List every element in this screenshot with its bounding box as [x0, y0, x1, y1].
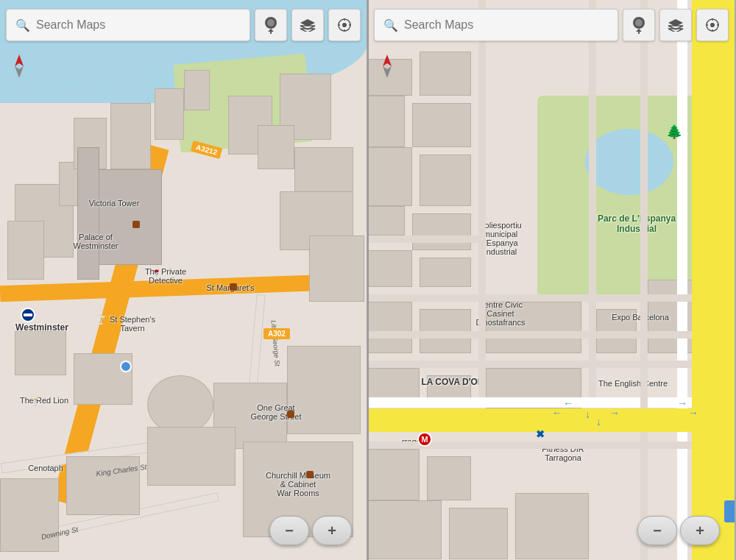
zoom-out-button-barcelona[interactable]: − — [637, 516, 677, 545]
bld-l6 — [368, 500, 442, 559]
search-input-container-london[interactable]: 🔍 — [6, 9, 250, 41]
road-grey-3 — [368, 294, 736, 302]
road-vertical-yellow — [692, 0, 736, 560]
road-a302-label: A302 — [263, 328, 290, 339]
road-horizontal — [0, 274, 353, 302]
marker-museum — [230, 283, 237, 291]
zoom-controls-london: − + — [269, 516, 352, 545]
map-background-barcelona: 🌲 M ↓ ↓ → ← ← → → ✖ Parc de L'EspanyaInd… — [368, 0, 735, 560]
marker-george-street — [287, 411, 294, 418]
map-background-london: A302 A3212 Victoria Tower Palace ofWestm… — [0, 0, 367, 560]
arrow-right-2: → — [677, 397, 687, 409]
road-grey-1 — [368, 361, 736, 368]
bld-b5 — [368, 147, 412, 206]
marker-brown-1 — [132, 221, 140, 228]
bld-l8 — [515, 493, 589, 559]
bld-m1 — [368, 302, 412, 353]
panel-divider — [367, 0, 369, 560]
search-bar-london: 🔍 — [6, 6, 361, 44]
bld-m3 — [486, 302, 581, 353]
location-pin-button-london[interactable] — [255, 9, 287, 41]
search-input-barcelona[interactable] — [404, 18, 609, 32]
svg-point-25 — [710, 23, 715, 27]
fitness-dir-marker: ✖ — [536, 428, 545, 440]
bld-l7 — [449, 508, 508, 559]
search-icon-london: 🔍 — [15, 18, 30, 32]
label-red-lion: The Red Lion — [15, 396, 74, 405]
bld-b2 — [420, 52, 471, 96]
building-right-6 — [309, 235, 364, 302]
bld-b4 — [412, 103, 471, 147]
building-bottom-7 — [66, 456, 140, 515]
building-right-3 — [258, 125, 294, 169]
map-panel-london: A302 A3212 Victoria Tower Palace ofWestm… — [0, 0, 368, 560]
metro-icon-tarragona: M — [417, 432, 432, 447]
search-icon-barcelona: 🔍 — [383, 18, 398, 32]
zoom-out-button-london[interactable]: − — [269, 516, 309, 545]
svg-marker-23 — [668, 29, 683, 32]
compass-arrow-barcelona — [377, 53, 397, 82]
location-pin-button-barcelona[interactable] — [623, 9, 655, 41]
location-button-london[interactable] — [328, 9, 361, 41]
road-grey-4 — [368, 235, 478, 243]
layers-button-london[interactable] — [291, 9, 324, 41]
building-bottom-1 — [15, 331, 66, 375]
bld-b10 — [420, 258, 471, 287]
svg-point-3 — [267, 19, 275, 26]
bld-l4 — [368, 449, 420, 500]
arrow-right-1: → — [609, 407, 620, 419]
palace-of-westminster — [96, 169, 162, 265]
layers-button-barcelona[interactable] — [659, 9, 692, 41]
victoria-tower — [77, 147, 99, 280]
zoom-in-button-london[interactable]: + — [312, 516, 352, 545]
svg-marker-0 — [15, 54, 24, 66]
zoom-in-button-barcelona[interactable]: + — [680, 516, 720, 545]
svg-marker-8 — [300, 29, 315, 32]
svg-marker-1 — [15, 66, 24, 78]
location-button-barcelona[interactable] — [696, 9, 729, 41]
arrow-right-3: → — [688, 407, 698, 419]
arrow-down-2: ↓ — [596, 416, 601, 428]
svg-rect-20 — [638, 30, 640, 34]
svg-rect-5 — [270, 30, 272, 34]
bld-b7 — [368, 206, 405, 235]
road-vertical-grey — [640, 0, 648, 560]
building-bottom-6 — [0, 478, 59, 552]
bld-l5 — [427, 456, 471, 500]
current-location-icon-london — [337, 18, 352, 32]
svg-point-18 — [635, 19, 643, 26]
building-bottom-8 — [147, 427, 236, 486]
bld-b6 — [420, 155, 471, 206]
building-7 — [184, 70, 210, 110]
bld-b3 — [368, 96, 405, 147]
westminster-tube-icon — [21, 308, 35, 322]
arrow-left-2: ← — [563, 397, 573, 409]
search-input-london[interactable] — [36, 18, 241, 32]
search-bar-barcelona: 🔍 — [374, 6, 729, 44]
search-input-container-barcelona[interactable]: 🔍 — [374, 9, 618, 41]
tube-icon-bar — [24, 313, 32, 316]
building-circular — [147, 375, 213, 434]
poi-wine-glass-3: 🍸 — [29, 396, 40, 406]
svg-point-10 — [342, 23, 347, 27]
zoom-controls-barcelona: − + — [637, 516, 720, 545]
building-5 — [110, 103, 151, 169]
marker-churchill — [306, 471, 314, 478]
label-english-centre: The English Centre — [581, 379, 684, 388]
parc-lake — [585, 129, 673, 195]
building-2 — [7, 221, 44, 280]
pin-icon-london — [264, 15, 277, 35]
bld-b8 — [412, 213, 471, 250]
layers-icon-london — [300, 18, 316, 32]
arrow-left-1: ← — [552, 407, 562, 419]
road-grey-5 — [368, 331, 736, 339]
marker-blue-bus — [120, 361, 132, 372]
pin-icon-barcelona — [632, 15, 645, 35]
bld-b9 — [368, 250, 412, 287]
poi-wine-glass-2: 🍸 — [96, 315, 107, 325]
building-bottom-4 — [287, 346, 361, 434]
svg-marker-15 — [383, 54, 392, 66]
info-box-blue — [724, 500, 735, 522]
map-panel-barcelona: 🌲 M ↓ ↓ → ← ← → → ✖ Parc de L'EspanyaInd… — [368, 0, 736, 560]
poi-wine-glass-1: 🍷 — [151, 266, 162, 277]
